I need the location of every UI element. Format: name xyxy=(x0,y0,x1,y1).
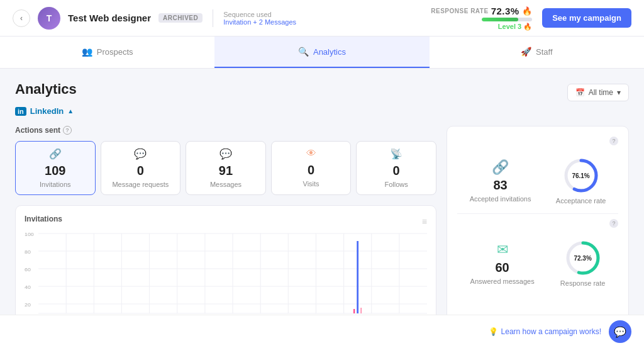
action-card-messages[interactable]: 💬 91 Messages xyxy=(186,141,266,195)
fire-icon: 🔥 xyxy=(522,6,533,16)
chart-label: Invitations xyxy=(25,215,62,223)
linkedin-text: LinkedIn xyxy=(30,106,64,116)
lightbulb-icon: 💡 xyxy=(489,327,498,336)
acceptance-rate-label: Acceptance rate xyxy=(556,197,606,205)
chart-menu-icon[interactable]: ≡ xyxy=(422,216,427,227)
learn-text: Learn how a campaign works! xyxy=(501,327,601,336)
level-badge: Level 3 🔥 xyxy=(498,23,532,31)
messages-icon: 💬 xyxy=(219,148,232,160)
response-rate-label: RESPONSE RATE 72.3% 🔥 xyxy=(431,6,532,16)
avatar: T xyxy=(38,7,60,30)
right-info-icon-2[interactable]: ? xyxy=(609,219,618,228)
svg-text:20: 20 xyxy=(25,301,31,307)
follows-label: Follows xyxy=(385,181,408,188)
linkedin-label[interactable]: in LinkedIn ▲ xyxy=(15,106,629,116)
actions-sent-label: Actions sent ? xyxy=(15,126,436,135)
main-content: Analytics 📅 All time ▾ in LinkedIn ▲ Act… xyxy=(0,69,644,348)
header-right: RESPONSE RATE 72.3% 🔥 Level 3 🔥 See my c… xyxy=(431,6,631,31)
response-rate-bar-fill xyxy=(482,18,518,21)
invitations-icon: 🔗 xyxy=(49,148,62,160)
campaign-title: Test Web designer xyxy=(68,13,151,23)
answered-messages-stat: ✉ 60 Answered messages xyxy=(470,242,535,285)
messages-label: Messages xyxy=(210,181,242,188)
svg-text:40: 40 xyxy=(25,284,31,289)
header: ‹ T Test Web designer ARCHIVED Sequence … xyxy=(0,0,644,36)
tab-prospects[interactable]: 👥 Prospects xyxy=(0,36,214,68)
messages-value: 91 xyxy=(219,164,233,178)
tab-prospects-label: Prospects xyxy=(97,47,133,57)
acceptance-rate-value: 76.1% xyxy=(572,172,589,179)
action-card-follows[interactable]: 📡 0 Follows xyxy=(356,141,436,195)
chart-svg: 100 80 60 40 20 xyxy=(25,228,427,317)
response-rate-value: 72.3% xyxy=(491,6,519,16)
svg-text:60: 60 xyxy=(25,266,31,272)
sequence-info: Sequence used Invitation + 2 Messages xyxy=(223,11,296,26)
message-requests-label: Message requests xyxy=(112,181,169,188)
sequence-link-text[interactable]: Invitation + 2 Messages xyxy=(223,18,296,26)
stat-row-invitations: 🔗 83 Accepted invitations 76.1% Acceptan… xyxy=(457,148,618,214)
back-button[interactable]: ‹ xyxy=(13,9,30,27)
accepted-invitations-value: 83 xyxy=(493,178,507,193)
two-column-layout: Actions sent ? 🔗 109 Invitations 💬 0 Mes… xyxy=(15,126,629,339)
prospects-icon: 👥 xyxy=(82,47,92,57)
response-rate-section: RESPONSE RATE 72.3% 🔥 Level 3 🔥 xyxy=(431,6,532,31)
analytics-icon: 🔍 xyxy=(298,47,309,57)
linkedin-in-badge: in xyxy=(15,107,26,116)
message-requests-icon: 💬 xyxy=(134,148,147,160)
left-column: Actions sent ? 🔗 109 Invitations 💬 0 Mes… xyxy=(15,126,436,339)
svg-text:100: 100 xyxy=(25,231,34,237)
answered-messages-value: 60 xyxy=(496,261,509,275)
response-rate-donut-label: Response rate xyxy=(560,279,606,287)
actions-sent-text: Actions sent xyxy=(15,126,60,135)
visits-value: 0 xyxy=(308,163,314,177)
chat-button[interactable]: 💬 xyxy=(609,320,631,343)
tab-staff-label: Staff xyxy=(536,47,553,57)
see-campaign-button[interactable]: See my campaign xyxy=(542,8,631,28)
response-rate-stat: 72.3% Response rate xyxy=(560,239,606,287)
response-donut: 72.3% xyxy=(564,239,602,277)
stat-row-messages: ✉ 60 Answered messages 72.3% Response ra… xyxy=(457,230,618,296)
response-rate-bar-wrap xyxy=(482,18,532,21)
response-rate-donut-value: 72.3% xyxy=(574,255,591,262)
action-cards: 🔗 109 Invitations 💬 0 Message requests 💬… xyxy=(15,141,436,195)
filter-label: All time xyxy=(589,88,613,97)
chart-container: 100 80 60 40 20 xyxy=(25,228,427,317)
acceptance-rate-stat: 76.1% Acceptance rate xyxy=(556,157,606,205)
action-card-visits[interactable]: 👁 0 Visits xyxy=(271,141,352,195)
invitations-label: Invitations xyxy=(40,181,71,188)
staff-icon: 🚀 xyxy=(521,47,531,57)
bottom-bar: 💡 Learn how a campaign works! 💬 xyxy=(0,315,644,348)
action-card-message-requests[interactable]: 💬 0 Message requests xyxy=(101,141,181,195)
learn-link[interactable]: 💡 Learn how a campaign works! xyxy=(489,327,601,336)
page-title: Analytics xyxy=(15,81,77,98)
follows-icon: 📡 xyxy=(390,148,402,160)
acceptance-donut: 76.1% xyxy=(562,157,600,194)
message-icon: ✉ xyxy=(497,242,508,258)
link-icon: 🔗 xyxy=(492,159,509,176)
tab-analytics-label: Analytics xyxy=(313,47,346,57)
sequence-label: Sequence used xyxy=(223,11,296,18)
chevron-down-icon: ▾ xyxy=(617,88,621,97)
info-icon[interactable]: ? xyxy=(63,126,72,135)
accepted-invitations-stat: 🔗 83 Accepted invitations xyxy=(470,159,531,203)
visits-icon: 👁 xyxy=(306,148,316,159)
tab-staff[interactable]: 🚀 Staff xyxy=(430,36,644,68)
calendar-icon: 📅 xyxy=(575,88,585,97)
level-label: Level 3 xyxy=(498,23,521,30)
invitations-value: 109 xyxy=(45,164,65,178)
archived-badge: ARCHIVED xyxy=(158,13,203,23)
tab-analytics[interactable]: 🔍 Analytics xyxy=(214,36,429,68)
accepted-invitations-label: Accepted invitations xyxy=(470,195,531,203)
answered-messages-label: Answered messages xyxy=(470,278,535,285)
svg-text:80: 80 xyxy=(25,249,31,254)
right-info-icon-1[interactable]: ? xyxy=(609,137,618,145)
response-rate-bar xyxy=(482,18,532,21)
fire-icon-2: 🔥 xyxy=(523,23,532,31)
action-card-invitations[interactable]: 🔗 109 Invitations xyxy=(15,141,96,195)
linkedin-section: in LinkedIn ▲ xyxy=(15,106,629,116)
visits-label: Visits xyxy=(303,180,319,188)
filter-button[interactable]: 📅 All time ▾ xyxy=(567,84,629,101)
follows-value: 0 xyxy=(393,164,400,178)
tabs-bar: 👥 Prospects 🔍 Analytics 🚀 Staff xyxy=(0,36,644,69)
chevron-up-icon: ▲ xyxy=(67,108,74,115)
